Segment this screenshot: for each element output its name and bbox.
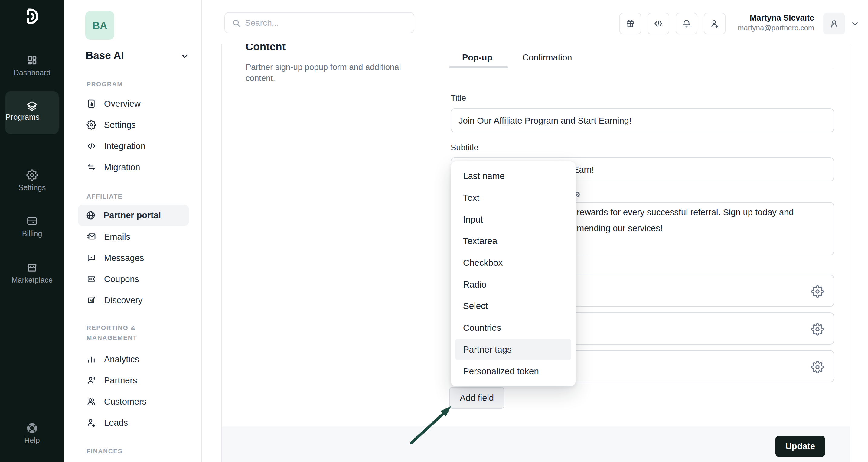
- sidebar-item-partners[interactable]: Partners: [79, 370, 189, 391]
- org-avatar[interactable]: BA: [85, 11, 114, 40]
- sidebar-item-billing[interactable]: Billing: [0, 215, 64, 238]
- content-card-right-border: [850, 44, 850, 462]
- sidebar-item-coupons[interactable]: Coupons: [79, 269, 189, 290]
- search-input[interactable]: [244, 13, 409, 33]
- user-avatar[interactable]: [823, 13, 845, 34]
- storefront-icon: [26, 262, 38, 273]
- sidebar-item-label: Billing: [0, 229, 64, 238]
- sidebar-item-discovery[interactable]: AI Discovery: [79, 290, 189, 311]
- section-label-finances: FINANCES: [87, 448, 123, 455]
- dropdown-item-label: Last name: [463, 171, 505, 181]
- program-sidebar: BA Base AI PROGRAM Overview Settings Int…: [64, 0, 202, 462]
- dropdown-item-label: Text: [463, 193, 479, 203]
- partnero-logo: [24, 8, 40, 28]
- dropdown-item-label: Select: [463, 301, 488, 311]
- sidebar-item-help[interactable]: Help: [0, 422, 64, 445]
- dropdown-item-last-name[interactable]: Last name: [455, 165, 571, 187]
- sidebar-item-label: Integration: [104, 141, 146, 151]
- sidebar-item-label: Coupons: [104, 274, 139, 284]
- dropdown-item-partner-tags[interactable]: Partner tags: [455, 339, 571, 360]
- sidebar-item-label: Partners: [104, 375, 137, 386]
- field-settings-gear-icon[interactable]: [811, 361, 824, 373]
- subtitle-label: Subtitle: [451, 143, 478, 152]
- dropdown-item-select[interactable]: Select: [455, 295, 571, 316]
- sidebar-item-overview[interactable]: Overview: [79, 93, 189, 114]
- form-footer: [222, 426, 850, 462]
- notifications-button[interactable]: [676, 13, 698, 34]
- title-label: Title: [451, 93, 466, 103]
- sidebar-item-leads[interactable]: Leads: [79, 412, 189, 433]
- sidebar-item-label: Settings: [0, 183, 64, 192]
- globe-icon: [86, 210, 96, 220]
- page-title: Content: [246, 40, 285, 53]
- section-label-program: PROGRAM: [87, 81, 123, 88]
- annotation-arrow: [405, 402, 457, 448]
- sidebar-item-label: Messages: [104, 253, 144, 263]
- user-plus-icon: [710, 19, 719, 28]
- sidebar-item-label: Discovery: [104, 296, 143, 305]
- dropdown-item-radio[interactable]: Radio: [455, 274, 571, 295]
- tab-confirmation[interactable]: Confirmation: [522, 53, 572, 63]
- update-button[interactable]: Update: [775, 436, 825, 457]
- rewards-button[interactable]: [619, 13, 641, 34]
- sidebar-item-label: Programs: [5, 113, 40, 122]
- user-name: Martyna Slevaite: [732, 13, 814, 23]
- title-input-value: Join Our Affiliate Program and Start Ear…: [459, 116, 631, 126]
- sidebar-item-label: Migration: [104, 162, 140, 172]
- dropdown-item-textarea[interactable]: Textarea: [455, 230, 571, 252]
- layers-icon: [26, 100, 38, 113]
- gear-icon: [87, 120, 96, 130]
- sidebar-item-integration[interactable]: Integration: [79, 135, 189, 157]
- description-line-1: rewards for every successful referral. S…: [577, 208, 794, 217]
- people-icon: [87, 397, 96, 406]
- account-chevron-down-icon[interactable]: [850, 19, 860, 28]
- field-settings-gear-icon[interactable]: [811, 285, 824, 298]
- active-tab-indicator: [449, 66, 508, 68]
- content-card-left-border: [221, 44, 222, 462]
- invite-user-button[interactable]: [704, 13, 725, 34]
- sidebar-item-analytics[interactable]: Analytics: [79, 349, 189, 370]
- sidebar-item-marketplace[interactable]: Marketplace: [0, 262, 64, 284]
- sidebar-item-label: Help: [0, 436, 64, 445]
- person-icon: [829, 19, 839, 29]
- envelope-icon: [87, 232, 96, 242]
- partner-person-icon: [87, 375, 96, 385]
- dropdown-item-label: Radio: [463, 279, 486, 290]
- svg-text:AI: AI: [90, 299, 93, 302]
- sidebar-item-migration[interactable]: Migration: [79, 157, 189, 178]
- sidebar-item-settings-program[interactable]: Settings: [79, 114, 189, 135]
- search-icon: [232, 19, 241, 28]
- global-sidebar: Dashboard Programs Settings Billing: [0, 0, 64, 462]
- code-icon: [654, 19, 663, 28]
- sidebar-item-settings[interactable]: Settings: [0, 169, 64, 192]
- title-input[interactable]: Join Our Affiliate Program and Start Ear…: [451, 108, 834, 132]
- sidebar-item-label: Marketplace: [0, 276, 64, 284]
- sidebar-item-partner-portal[interactable]: Partner portal: [78, 205, 189, 226]
- chevron-down-icon[interactable]: [181, 52, 189, 60]
- sidebar-item-label: Emails: [104, 232, 130, 242]
- dropdown-item-checkbox[interactable]: Checkbox: [455, 252, 571, 273]
- user-email: martyna@partnero.com: [732, 24, 814, 32]
- dropdown-item-countries[interactable]: Countries: [455, 317, 571, 338]
- sidebar-item-dashboard[interactable]: Dashboard: [0, 55, 64, 77]
- dropdown-item-personalized-token[interactable]: Personalized token: [455, 361, 571, 382]
- report-document-icon: [87, 99, 96, 109]
- add-field-button[interactable]: Add field: [449, 387, 504, 409]
- tab-popup[interactable]: Pop-up: [462, 53, 492, 63]
- dropdown-item-text[interactable]: Text: [455, 187, 571, 208]
- sidebar-item-messages[interactable]: Messages: [79, 247, 189, 269]
- sidebar-item-emails[interactable]: Emails: [79, 226, 189, 247]
- credit-card-icon: [26, 215, 38, 227]
- developer-button[interactable]: [648, 13, 669, 34]
- description-line-2: mending our services!: [577, 223, 663, 234]
- org-name[interactable]: Base AI: [86, 49, 124, 61]
- code-icon: [87, 141, 96, 151]
- sidebar-item-programs[interactable]: Programs: [5, 91, 59, 134]
- field-settings-gear-icon[interactable]: [811, 323, 824, 336]
- sidebar-item-label: Analytics: [104, 355, 139, 364]
- dropdown-item-label: Input: [463, 214, 483, 225]
- sidebar-item-label: Customers: [104, 397, 146, 407]
- chat-bubble-icon: [87, 253, 96, 263]
- dropdown-item-input[interactable]: Input: [455, 209, 571, 230]
- sidebar-item-customers[interactable]: Customers: [79, 391, 189, 412]
